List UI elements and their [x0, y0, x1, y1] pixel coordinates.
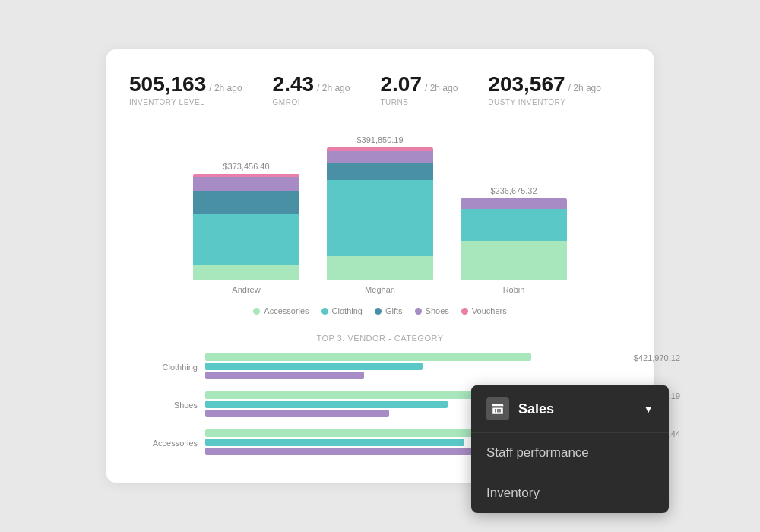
kpi-inventory-level-label: INVENTORY LEVEL [129, 98, 242, 106]
kpi-turns: 2.07 / 2h ago TURNS [380, 72, 458, 106]
seg-meghan-clothing [327, 180, 433, 256]
kpi-gmroi-time: / 2h ago [317, 83, 350, 93]
legend-vouchers: Vouchers [461, 306, 507, 315]
legend-shoes: Shoes [415, 306, 449, 315]
bar-group-meghan: $391,850.19 Meghan [327, 135, 433, 294]
kpi-turns-time: / 2h ago [425, 83, 458, 93]
kpi-row: 505,163 / 2h ago INVENTORY LEVEL 2.43 / … [129, 72, 631, 106]
legend-label-shoes: Shoes [426, 306, 449, 315]
seg-robin-shoes [461, 198, 567, 209]
legend-dot-shoes [415, 308, 422, 315]
seg-robin-clothing [461, 209, 567, 241]
seg-andrew-clothing [193, 214, 299, 265]
horiz-bar-clothing-green [205, 353, 531, 361]
shop-icon-svg [491, 402, 505, 416]
bar-group-andrew: $373,456.40 Andrew [193, 162, 299, 294]
legend-label-gifts: Gifts [385, 306, 403, 315]
legend-dot-gifts [375, 308, 382, 315]
seg-andrew-shoes [193, 177, 299, 191]
bar-label-robin: Robin [503, 285, 525, 294]
horiz-bars-clothing: $421,970.12 [205, 353, 623, 381]
seg-meghan-shoes [327, 151, 433, 163]
horiz-bar-accessories-teal [205, 439, 464, 446]
kpi-turns-label: TURNS [380, 98, 458, 106]
horiz-label-shoes: Shoes [137, 401, 198, 410]
kpi-inventory-level-value: 505,163 [129, 72, 206, 97]
seg-andrew-gifts [193, 191, 299, 214]
legend-label-clothing: Clothing [332, 306, 363, 315]
kpi-dusty-inventory: 203,567 / 2h ago DUSTY INVENTORY [488, 72, 601, 106]
kpi-gmroi-value: 2.43 [273, 72, 315, 97]
legend-gifts: Gifts [375, 306, 403, 315]
horiz-label-accessories: Accessories [137, 439, 198, 448]
legend-label-accessories: Accessories [264, 306, 309, 315]
bar-label-andrew: Andrew [232, 285, 260, 294]
kpi-inventory-level-time: / 2h ago [209, 83, 242, 93]
bar-amount-robin: $236,675.32 [490, 186, 537, 195]
horiz-bar-shoes-teal [205, 401, 448, 408]
seg-meghan-accessories [327, 256, 433, 280]
kpi-dusty-label: DUSTY INVENTORY [488, 98, 601, 106]
horiz-bar-clothing-purple [205, 372, 364, 379]
dropdown-header[interactable]: Sales ▼ [471, 385, 669, 432]
seg-meghan-gifts [327, 163, 433, 180]
bar-label-meghan: Meghan [365, 285, 395, 294]
legend-dot-accessories [253, 308, 260, 315]
bar-amount-meghan: $391,850.19 [356, 135, 403, 144]
horiz-bar-shoes-green [205, 391, 498, 399]
kpi-dusty-value: 203,567 [488, 72, 565, 97]
dropdown-header-left: Sales [486, 397, 554, 420]
store-icon [486, 397, 509, 420]
horiz-bar-accessories-purple [205, 448, 506, 455]
kpi-inventory-level: 505,163 / 2h ago INVENTORY LEVEL [129, 72, 242, 106]
horiz-chart-title: TOP 3: VENDOR - CATEGORY [129, 334, 631, 343]
bar-amount-andrew: $373,456.40 [223, 162, 269, 171]
seg-andrew-accessories [193, 265, 299, 280]
bar-meghan [327, 147, 433, 280]
kpi-gmroi-label: GMROI [273, 98, 350, 106]
kpi-turns-value: 2.07 [380, 72, 422, 97]
dropdown-title: Sales [518, 401, 554, 417]
kpi-gmroi: 2.43 / 2h ago GMROI [273, 72, 350, 106]
horiz-bar-clothing-teal [205, 363, 423, 370]
bar-andrew [193, 174, 299, 280]
legend-clothing: Clothing [321, 306, 363, 315]
legend-dot-vouchers [461, 308, 468, 315]
chart-legend: Accessories Clothing Gifts Shoes Voucher… [129, 306, 631, 315]
legend-dot-clothing [321, 308, 328, 315]
horiz-bar-shoes-purple [205, 410, 389, 417]
horiz-row-clothing: Clothhing $421,970.12 [137, 353, 623, 381]
dropdown-item-inventory[interactable]: Inventory [471, 473, 669, 513]
kpi-dusty-time: / 2h ago [568, 83, 601, 93]
legend-accessories: Accessories [253, 306, 309, 315]
stacked-bar-chart: $373,456.40 Andrew $391,850.19 Meghan [129, 128, 631, 294]
main-card: 505,163 / 2h ago INVENTORY LEVEL 2.43 / … [106, 49, 654, 483]
horiz-label-clothing: Clothhing [137, 363, 198, 372]
dropdown-menu[interactable]: Sales ▼ Staff performance Inventory [471, 385, 669, 513]
horiz-amount-clothing: $421,970.12 [634, 353, 680, 363]
legend-label-vouchers: Vouchers [472, 306, 507, 315]
chevron-down-icon: ▼ [643, 403, 654, 415]
seg-robin-accessories [461, 241, 567, 280]
dropdown-item-staff-performance[interactable]: Staff performance [471, 432, 669, 473]
bar-group-robin: $236,675.32 Robin [461, 186, 567, 294]
bar-robin [461, 198, 567, 280]
